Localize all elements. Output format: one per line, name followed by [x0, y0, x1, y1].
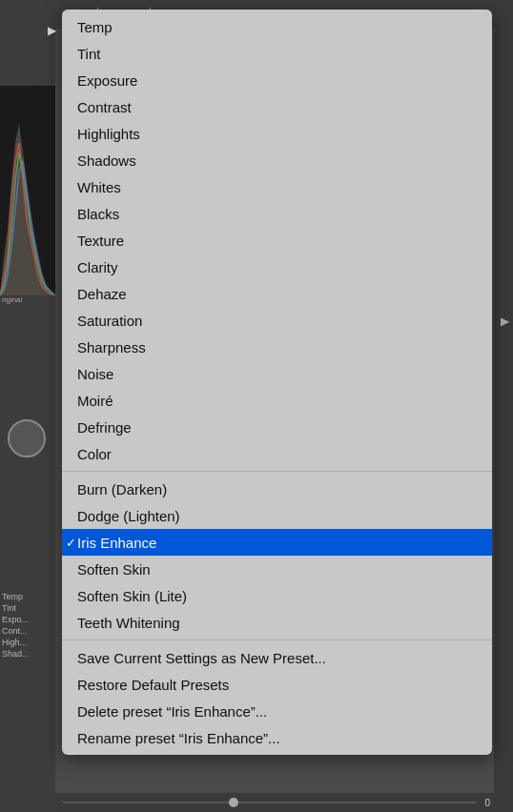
menu-item-moire[interactable]: Moiré [62, 387, 492, 414]
menu-item-highlights[interactable]: Highlights [62, 120, 492, 147]
menu-item-sharpness[interactable]: Sharpness [62, 334, 492, 360]
menu-item-shadows[interactable]: Shadows [62, 147, 492, 173]
menu-item-blacks[interactable]: Blacks [62, 200, 492, 227]
menu-section-presets: Burn (Darken) Dodge (Lighten) ✓ Iris Enh… [62, 471, 492, 639]
menu-item-defringe[interactable]: Defringe [62, 414, 492, 440]
menu-item-save-preset[interactable]: Save Current Settings as New Preset... [62, 644, 492, 671]
original-label: riginal [2, 295, 22, 304]
checkmark-icon: ✓ [66, 536, 76, 550]
menu-item-tint[interactable]: Tint [62, 40, 492, 67]
menu-item-saturation[interactable]: Saturation [62, 307, 492, 334]
label-temp: Temp [2, 591, 55, 602]
menu-item-temp[interactable]: Temp [62, 13, 492, 40]
menu-section-preset-management: Save Current Settings as New Preset... R… [62, 639, 492, 755]
menu-item-exposure[interactable]: Exposure [62, 67, 492, 93]
left-sidebar: riginal ▶ [0, 0, 55, 812]
menu-item-teeth-whitening[interactable]: Teeth Whitening [62, 609, 492, 636]
label-contrast: Cont... [2, 625, 55, 637]
menu-item-dodge-lighten[interactable]: Dodge (Lighten) [62, 502, 492, 529]
label-shadows: Shad... [2, 648, 55, 660]
menu-item-restore-defaults[interactable]: Restore Default Presets [62, 671, 492, 698]
menu-item-whites[interactable]: Whites [62, 173, 492, 200]
menu-item-soften-skin-lite[interactable]: Soften Skin (Lite) [62, 582, 492, 609]
menu-item-clarity[interactable]: Clarity [62, 254, 492, 280]
right-panel: ▶ [494, 0, 513, 812]
slider-thumb[interactable] [229, 798, 238, 807]
menu-section-adjustments: Temp Tint Exposure Contrast Highlights S… [62, 10, 492, 471]
menu-item-rename-preset[interactable]: Rename preset “Iris Enhance”... [62, 724, 492, 751]
circle-tool-icon[interactable] [8, 419, 46, 457]
dropdown-menu: Temp Tint Exposure Contrast Highlights S… [62, 10, 492, 755]
menu-item-delete-preset[interactable]: Delete preset “Iris Enhance”... [62, 698, 492, 724]
menu-item-soften-skin[interactable]: Soften Skin [62, 556, 492, 582]
histogram [0, 86, 55, 295]
label-exposure: Expo... [2, 614, 55, 625]
slider-value: 0 [484, 798, 490, 808]
menu-item-color[interactable]: Color [62, 440, 492, 467]
label-tint: Tint [2, 602, 55, 614]
right-arrow-icon[interactable]: ▶ [501, 315, 509, 328]
menu-item-dehaze[interactable]: Dehaze [62, 280, 492, 307]
menu-item-iris-enhance[interactable]: ✓ Iris Enhance [62, 529, 492, 556]
menu-item-burn-darken[interactable]: Burn (Darken) [62, 476, 492, 502]
sidebar-arrow: ▶ [48, 24, 63, 39]
label-highlights: High... [2, 637, 55, 648]
menu-item-noise[interactable]: Noise [62, 360, 492, 387]
menu-item-contrast[interactable]: Contrast [62, 93, 492, 120]
menu-item-texture[interactable]: Texture [62, 227, 492, 254]
bottom-slider-bar: 0 [55, 793, 494, 812]
sidebar-text-labels: Temp Tint Expo... Cont... High... Shad..… [0, 591, 55, 660]
